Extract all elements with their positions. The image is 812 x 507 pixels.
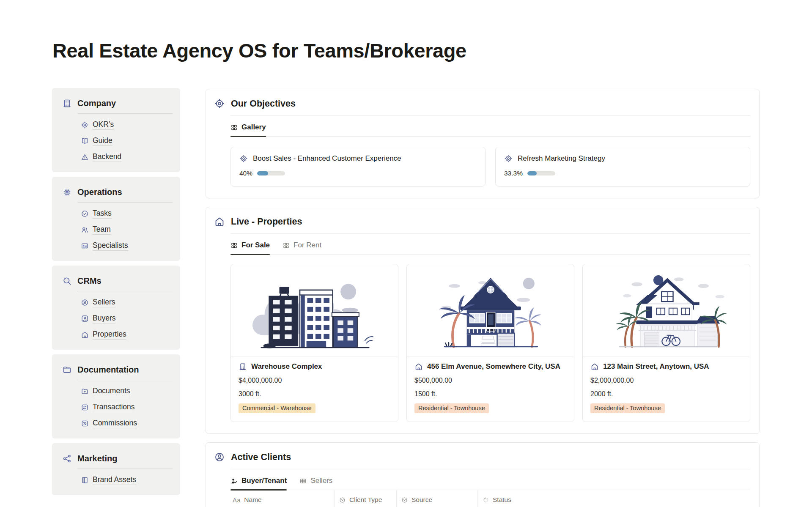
property-cards-row: Warehouse Complex $4,000,000.00 3000 ft.… [230, 264, 750, 422]
sidebar-item-commissions[interactable]: Commissions [81, 419, 173, 428]
building-icon [239, 362, 247, 371]
sidebar-item-label: Specialists [93, 241, 128, 251]
tab-for-rent[interactable]: For Rent [283, 241, 321, 254]
share-icon [62, 454, 72, 463]
sidebar-item-label: Sellers [93, 298, 115, 307]
progress-fill [527, 171, 537, 175]
property-size: 3000 ft. [239, 390, 390, 398]
divider [77, 202, 173, 203]
target-icon [239, 154, 248, 163]
page-title: Real Estate Agency OS for Teams/Brokerag… [52, 39, 466, 62]
chip-icon [62, 187, 72, 197]
objective-card-boost-sales[interactable]: Boost Sales - Enhanced Customer Experien… [230, 147, 486, 186]
divider [77, 291, 173, 291]
property-price: $4,000,000.00 [239, 377, 390, 384]
select-icon [339, 496, 346, 504]
sidebar-item-specialists[interactable]: Specialists [81, 241, 173, 251]
property-card-main-street[interactable]: 123 Main Street, Anytown, USA $2,000,000… [582, 264, 750, 422]
sidebar-item-tasks[interactable]: Tasks [81, 209, 173, 219]
tab-label: Buyer/Tenant [241, 477, 287, 485]
property-tag: Commercial - Warehouse [239, 403, 315, 413]
folder-plus-icon [81, 387, 89, 395]
progress-label: 33.3% [504, 170, 523, 177]
column-header-name[interactable]: Aa Name [230, 490, 334, 507]
status-spinner-icon [482, 496, 489, 504]
sidebar-item-team[interactable]: Team [81, 225, 173, 235]
tab-label: For Sale [241, 241, 270, 249]
clients-table-header: Aa Name Client Type Source Status [230, 490, 750, 507]
divider [77, 380, 173, 380]
target-icon [81, 121, 89, 129]
id-card-icon [81, 242, 89, 250]
column-header-client-type[interactable]: Client Type [334, 490, 396, 507]
tab-gallery[interactable]: Gallery [230, 123, 266, 136]
target-icon [214, 98, 225, 109]
property-price: $500,000.00 [414, 377, 566, 384]
city-buildings-illustration [231, 264, 398, 356]
grid-icon [283, 242, 290, 249]
objective-card-refresh-marketing[interactable]: Refresh Marketing Strategy 33.3% [495, 147, 750, 186]
user-square-icon [81, 315, 89, 323]
sidebar-item-label: Buyers [93, 314, 115, 323]
sidebar-item-properties[interactable]: Properties [81, 330, 173, 340]
properties-tabs: For Sale For Rent [230, 234, 750, 255]
objective-title: Boost Sales - Enhanced Customer Experien… [253, 154, 401, 163]
grid-icon [230, 124, 238, 131]
property-card-body: 456 Elm Avenue, Somewhere City, USA $500… [407, 356, 574, 422]
home-icon [590, 362, 599, 371]
property-tag: Residential - Townhouse [414, 403, 489, 413]
sidebar-section-operations: Operations Tasks Team Specialists [52, 177, 180, 261]
sidebar-item-sellers[interactable]: Sellers [81, 298, 173, 307]
sidebar-item-transactions[interactable]: Transactions [81, 403, 173, 412]
sidebar-item-buyers[interactable]: Buyers [81, 314, 173, 323]
property-card-elm-avenue[interactable]: 456 Elm Avenue, Somewhere City, USA $500… [406, 264, 574, 422]
divider [77, 113, 173, 114]
target-icon [504, 154, 513, 163]
column-label: Source [411, 496, 432, 504]
sidebar-section-operations-header: Operations [62, 187, 173, 197]
sidebar-item-documents[interactable]: Documents [81, 386, 173, 396]
select-icon [401, 496, 408, 504]
sidebar-item-label: Team [93, 225, 111, 235]
sidebar-item-backend[interactable]: Backend [81, 152, 173, 162]
sidebar-item-label: Commissions [93, 419, 137, 428]
sidebar: Company OKR’s Guide Backend Operations [52, 88, 180, 500]
tab-for-sale[interactable]: For Sale [230, 241, 270, 254]
objectives-tabs: Gallery [230, 116, 750, 137]
property-card-warehouse[interactable]: Warehouse Complex $4,000,000.00 3000 ft.… [230, 264, 398, 422]
sidebar-item-guide[interactable]: Guide [81, 136, 173, 146]
property-size: 2000 ft. [590, 390, 742, 398]
property-size: 1500 ft. [414, 390, 566, 398]
column-label: Name [244, 496, 261, 504]
sidebar-section-title: Marketing [77, 454, 117, 463]
sidebar-item-okrs[interactable]: OKR’s [81, 120, 173, 130]
sidebar-section-marketing: Marketing Brand Assets [52, 443, 180, 495]
divider [77, 469, 173, 469]
section-title: Our Objectives [231, 99, 296, 109]
live-properties-card: Live - Properties For Sale For Rent [206, 207, 760, 434]
property-name: 123 Main Street, Anytown, USA [603, 362, 709, 371]
transactions-icon [81, 403, 89, 411]
column-header-status[interactable]: Status [477, 490, 750, 507]
column-header-source[interactable]: Source [396, 490, 477, 507]
property-card-body: Warehouse Complex $4,000,000.00 3000 ft.… [231, 356, 398, 422]
warning-icon [81, 153, 89, 161]
tab-sellers[interactable]: Sellers [299, 477, 332, 490]
sidebar-item-label: Backend [93, 152, 121, 162]
sidebar-item-label: Guide [93, 136, 112, 146]
sidebar-section-title: Company [77, 99, 116, 108]
sidebar-item-label: Transactions [93, 403, 135, 412]
property-card-body: 123 Main Street, Anytown, USA $2,000,000… [583, 356, 750, 422]
white-beach-house-illustration [583, 264, 750, 356]
active-clients-card: Active Clients Buyer/Tenant Sellers Aa N… [206, 442, 760, 507]
sidebar-section-company: Company OKR’s Guide Backend [52, 88, 180, 172]
book-icon [81, 476, 89, 484]
sidebar-item-label: Properties [93, 330, 126, 340]
active-clients-header: Active Clients [214, 452, 750, 463]
column-label: Client Type [349, 496, 382, 504]
property-name: 456 Elm Avenue, Somewhere City, USA [427, 362, 560, 371]
tab-buyer-tenant[interactable]: Buyer/Tenant [230, 477, 287, 490]
home-icon [81, 331, 89, 339]
tab-label: Gallery [241, 123, 266, 132]
sidebar-item-brand-assets[interactable]: Brand Assets [81, 475, 173, 485]
